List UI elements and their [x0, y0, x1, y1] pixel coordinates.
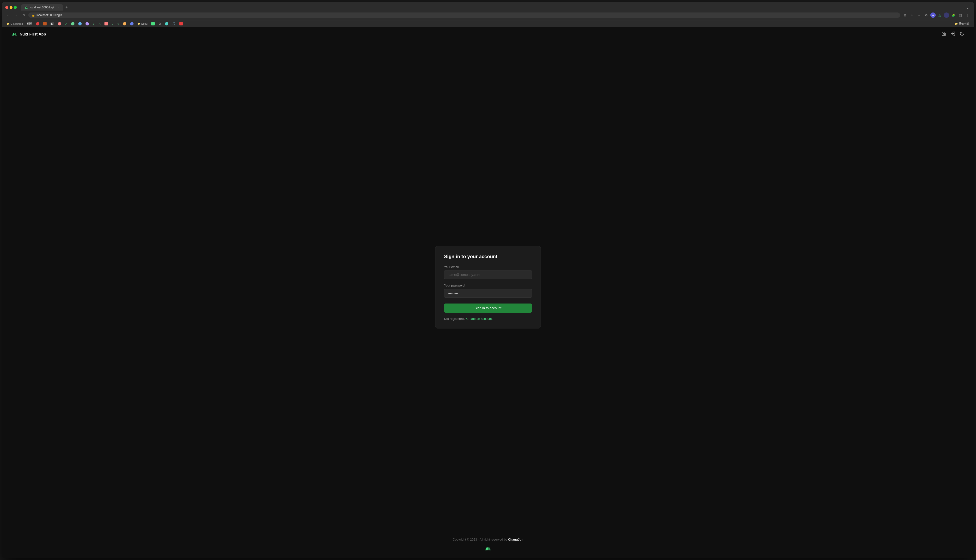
nav-logo-text: Nuxt First App: [20, 32, 46, 37]
bookmark-v2[interactable]: V: [116, 22, 120, 26]
nav-icons: [941, 31, 964, 37]
bookmark-v[interactable]: V: [91, 22, 96, 26]
lock-icon: 🔒: [32, 14, 35, 17]
bookmark-other-label: 其他书签: [959, 22, 969, 25]
bookmark-circle2[interactable]: [129, 22, 135, 26]
maximize-window-button[interactable]: [14, 6, 17, 9]
translate-button[interactable]: ⊞: [902, 12, 908, 18]
bookmark-green2[interactable]: [150, 22, 156, 26]
bookmark-blue[interactable]: [77, 22, 83, 26]
bookmark-cnew[interactable]: 📁 C-NewTab: [5, 22, 24, 26]
traffic-lights: [5, 6, 17, 9]
bookmark-nuxt-bm[interactable]: △: [64, 22, 69, 26]
bookmark-orange[interactable]: [42, 22, 48, 26]
bookmark-github[interactable]: ⊙: [157, 22, 162, 26]
password-form-group: Your password: [444, 283, 532, 298]
address-text: localhost:3000/login: [37, 13, 62, 17]
bookmark-dev[interactable]: dEV: [25, 22, 33, 25]
theme-toggle-button[interactable]: [960, 31, 964, 37]
bookmark-teal[interactable]: [164, 22, 170, 26]
profile-button[interactable]: A: [930, 12, 936, 18]
nuxt-extension-button[interactable]: △: [937, 12, 943, 18]
not-registered-text: Not registered?: [444, 317, 465, 320]
toolbar-actions: ⊞ ⬇ ☆ ⚙ A △ U 🧩 ▤ ⋮: [902, 12, 971, 18]
browser-tab[interactable]: localhost:3000/login ×: [21, 4, 63, 10]
tab-favicon-icon: [25, 6, 28, 9]
profile2-button[interactable]: U: [944, 12, 949, 18]
forward-button[interactable]: →: [13, 12, 19, 18]
bookmark-purple[interactable]: [84, 22, 90, 26]
bookmark-fire[interactable]: [103, 22, 109, 26]
bookmark-star-button[interactable]: ☆: [916, 12, 922, 18]
bookmark-circle1[interactable]: [122, 22, 128, 26]
footer-copyright: Copyright © 2023 - All right reserved by: [453, 538, 507, 541]
close-window-button[interactable]: [5, 6, 8, 9]
refresh-button[interactable]: ↻: [21, 12, 27, 18]
sidebar-button[interactable]: ▤: [957, 12, 964, 18]
bookmark-other[interactable]: 📁 其他书签: [953, 22, 971, 26]
password-label: Your password: [444, 283, 532, 287]
bookmark-cnew-label: C-NewTab: [10, 22, 23, 25]
register-text: Not registered? Create an account.: [444, 317, 532, 320]
back-button[interactable]: ←: [5, 12, 12, 18]
signin-button[interactable]: Sign in to account: [444, 303, 532, 313]
bookmark-folder2[interactable]: 📁 web3: [136, 22, 149, 26]
extensions-button[interactable]: ⚙: [923, 12, 929, 18]
bookmark-red1[interactable]: [35, 22, 41, 26]
app-footer: Copyright © 2023 - All right reserved by…: [2, 533, 974, 558]
login-title: Sign in to your account: [444, 254, 532, 259]
bookmark-green[interactable]: [70, 22, 76, 26]
bookmark-red3[interactable]: [178, 22, 184, 26]
menu-button[interactable]: ⋮: [964, 12, 971, 18]
tab-title: localhost:3000/login: [30, 6, 55, 9]
download-button[interactable]: ⬇: [909, 12, 915, 18]
email-input[interactable]: [444, 270, 532, 279]
bookmarks-bar: 📁 C-NewTab dEV M △: [2, 20, 974, 27]
bookmark-tiktok[interactable]: 🎵: [171, 22, 177, 26]
app-window: Nuxt First App: [2, 27, 974, 558]
bookmark-red2[interactable]: [57, 22, 63, 26]
bookmark-nuxt2[interactable]: △: [97, 22, 102, 26]
email-label: Your email: [444, 265, 532, 269]
login-nav-button[interactable]: [951, 31, 955, 37]
tab-close-button[interactable]: ×: [58, 6, 60, 9]
nav-logo: Nuxt First App: [12, 31, 46, 38]
create-account-link[interactable]: Create an account.: [466, 317, 493, 320]
login-card: Sign in to your account Your email Your …: [435, 246, 541, 328]
main-content: Sign in to your account Your email Your …: [2, 42, 974, 533]
browser-more-button[interactable]: ⌄: [964, 4, 971, 10]
home-nav-button[interactable]: [941, 31, 946, 37]
new-tab-button[interactable]: +: [64, 5, 69, 10]
nuxt-logo-icon: [12, 31, 17, 38]
minimize-window-button[interactable]: [10, 6, 12, 9]
browser-toolbar: ← → ↻ 🔒 localhost:3000/login ⊞ ⬇ ☆ ⚙ A △…: [2, 10, 974, 20]
bookmark-u[interactable]: U: [110, 22, 115, 26]
extension-puzzle-button[interactable]: 🧩: [950, 12, 956, 18]
address-bar[interactable]: 🔒 localhost:3000/login: [28, 12, 900, 18]
email-form-group: Your email: [444, 265, 532, 279]
bookmark-web3-label: web3: [141, 22, 147, 25]
footer-logo: [7, 545, 969, 553]
password-input[interactable]: [444, 288, 532, 298]
footer-brand: ChangJun: [508, 538, 523, 541]
app-nav: Nuxt First App: [2, 27, 974, 42]
bookmark-m[interactable]: M: [49, 22, 55, 26]
